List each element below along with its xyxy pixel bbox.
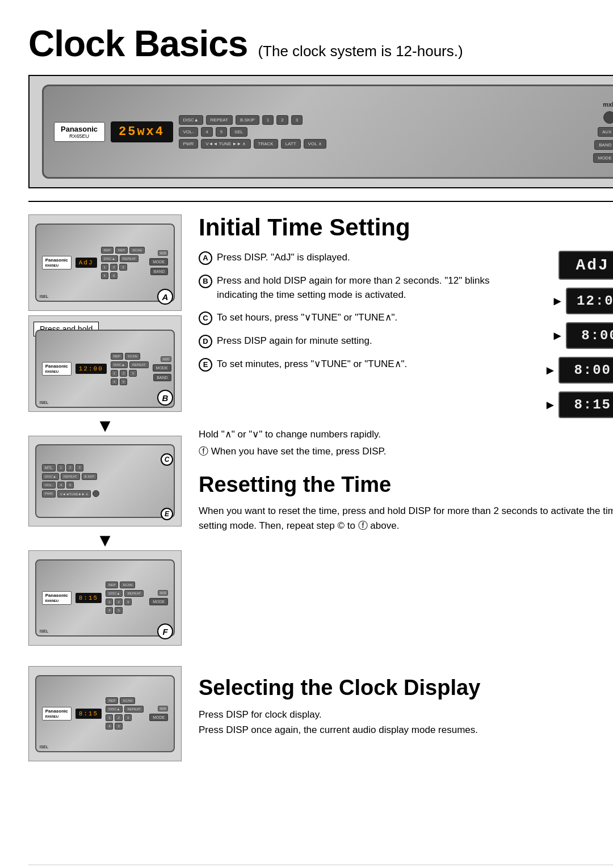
bottom-right: Selecting the Clock Display Press DISP f… [199, 666, 613, 765]
step-f-image: PanasonicRX65EU 8:15 REPSCAN DISC▲REPEAT… [28, 550, 182, 646]
selecting-line1: Press DISP for clock display. [199, 707, 613, 722]
step-c-circle: C [199, 311, 212, 325]
device-buttons: DISC▲ REPEAT B.SKIP 1 2 3 VOL- 4 5 SEL P… [179, 115, 588, 149]
hold-note: Hold "∧" or "∨" to change numbers rapidl… [199, 427, 613, 442]
step-d-content: Press DISP again for minute setting. [217, 334, 372, 348]
brand-name: Panasonic [60, 125, 99, 133]
hold-note-f: ⓕ When you have set the time, press DISP… [199, 444, 613, 459]
page-title-sub: (The clock system is 12-hours.) [258, 43, 463, 60]
step-a-content: Press DISP. "AdJ" is displayed. [217, 251, 350, 265]
resetting-text: When you want to reset the time, press a… [199, 504, 613, 534]
lcd-800-2: 8:00 [559, 357, 613, 384]
lcd-1200: 12:00 [566, 288, 613, 314]
lcd-adj: AdJ [559, 251, 613, 280]
step-f-label: F [157, 623, 173, 639]
selecting-line2: Press DISP once again, the current audio… [199, 722, 613, 738]
step-b-content: Press and hold DISP again for more than … [217, 274, 532, 302]
page-title-area: Clock Basics (The clock system is 12-hou… [28, 23, 613, 65]
step-a-label: A [157, 289, 173, 305]
step-a-text: A Press DISP. "AdJ" is displayed. [199, 251, 532, 265]
step-a-image: PanasonicRX65EU AdJ REPREPSCAN DISC▲REPE… [28, 214, 182, 311]
step-b-label: B [157, 390, 173, 406]
step-b-circle: B [199, 275, 212, 288]
step-d-text: D Press DISP again for minute setting. [199, 334, 532, 348]
selecting-title: Selecting the Clock Display [199, 676, 613, 700]
device-display: 25wx4 [111, 121, 173, 142]
page-title-main: Clock Basics [28, 23, 247, 65]
left-column: PanasonicRX65EU AdJ REPREPSCAN DISC▲REPE… [28, 214, 182, 649]
arrow-down-1: ▼ [28, 416, 182, 435]
step-ce-image: MTL 123 DISC▲REPEATB.SKP VOL-45 PWR V◄◄T… [28, 436, 182, 526]
lcd-800-1: 8:00 [566, 322, 613, 349]
step-d-circle: D [199, 335, 212, 348]
top-device-image: Panasonic RX65EU 25wx4 DISC▲ REPEAT B.SK… [28, 75, 613, 188]
step-c-text: C To set hours, press "∨TUNE" or "TUNE∧"… [199, 311, 532, 325]
steps-list: A Press DISP. "AdJ" is displayed. B Pres… [199, 251, 532, 423]
step-e-content: To set minutes, press "∨TUNE" or "TUNE∧"… [217, 357, 407, 372]
step-c-content: To set hours, press "∨TUNE" or "TUNE∧". [217, 311, 397, 325]
step-a-circle: A [199, 251, 212, 265]
lcd-display-column: AdJ ► 12:00 ► 8:00 ► 8:00 [544, 251, 613, 423]
steps-with-display: A Press DISP. "AdJ" is displayed. B Pres… [199, 251, 613, 423]
brand-model: RX65EU [60, 133, 99, 139]
step-e-circle: E [199, 358, 212, 372]
resetting-title: Resetting the Time [199, 473, 613, 497]
step-b-text: B Press and hold DISP again for more tha… [199, 274, 532, 302]
arrow-down-2: ▼ [28, 531, 182, 549]
resetting-section: Resetting the Time When you want to rese… [199, 463, 613, 533]
bottom-bar: 14 CQ-RX65EU [28, 865, 613, 868]
right-column: Initial Time Setting A Press DISP. "AdJ"… [199, 214, 613, 649]
step-b-image: Press and hold PanasonicRX65EU 12:00 REP… [28, 315, 182, 412]
step-sel-image: PanasonicRX65EU 8:15 REPSCAN DISC▲REPEAT… [28, 666, 182, 761]
lcd-815: 8:15 [559, 391, 613, 418]
main-layout: PanasonicRX65EU AdJ REPREPSCAN DISC▲REPE… [28, 214, 613, 649]
initial-time-title: Initial Time Setting [199, 214, 613, 241]
bottom-left: PanasonicRX65EU 8:15 REPSCAN DISC▲REPEAT… [28, 666, 182, 765]
section-divider [28, 201, 613, 202]
step-e-text: E To set minutes, press "∨TUNE" or "TUNE… [199, 357, 532, 372]
bottom-section: PanasonicRX65EU 8:15 REPSCAN DISC▲REPEAT… [28, 666, 613, 765]
